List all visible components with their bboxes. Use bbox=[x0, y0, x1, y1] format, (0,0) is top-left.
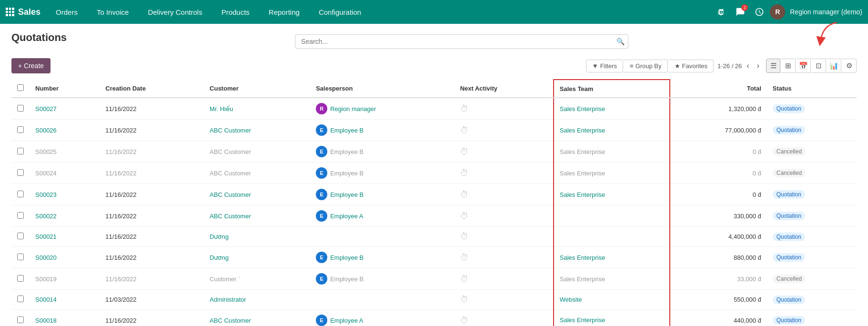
row-customer[interactable]: Mr. Hiếu bbox=[204, 98, 310, 120]
row-number[interactable]: S00022 bbox=[30, 205, 100, 227]
nav-to-invoice[interactable]: To Invoice bbox=[89, 0, 137, 24]
row-checkbox[interactable] bbox=[17, 212, 24, 219]
row-next-activity[interactable]: ⏱ bbox=[454, 120, 554, 141]
row-checkbox[interactable] bbox=[17, 316, 24, 323]
row-salesperson: EEmployee B bbox=[310, 247, 454, 268]
row-status: Quotation bbox=[767, 227, 857, 247]
row-customer[interactable]: ABC Customer bbox=[204, 310, 310, 326]
row-number[interactable]: S00014 bbox=[30, 290, 100, 310]
row-sales-team[interactable]: Website bbox=[554, 290, 670, 310]
view-pivot-button[interactable]: ⊡ bbox=[812, 59, 826, 73]
row-total: 0 đ bbox=[670, 141, 767, 163]
view-list-button[interactable]: ☰ bbox=[766, 59, 780, 73]
filters-button[interactable]: ▼ Filters bbox=[586, 60, 623, 72]
row-checkbox[interactable] bbox=[17, 275, 24, 282]
salesperson-name[interactable]: Employee B bbox=[330, 275, 363, 283]
star-icon: ★ bbox=[675, 62, 680, 70]
row-next-activity[interactable]: ⏱ bbox=[454, 141, 554, 163]
row-sales-team: Sales Enterprise bbox=[554, 141, 670, 163]
nav-configuration[interactable]: Configuration bbox=[311, 0, 369, 24]
row-number[interactable]: S00018 bbox=[30, 310, 100, 326]
row-checkbox[interactable] bbox=[17, 126, 24, 133]
select-all-header[interactable] bbox=[11, 80, 30, 98]
view-kanban-button[interactable]: ⊞ bbox=[781, 59, 796, 73]
row-next-activity[interactable]: ⏱ bbox=[454, 98, 554, 120]
row-checkbox[interactable] bbox=[17, 191, 24, 197]
create-button[interactable]: + Create bbox=[11, 58, 50, 73]
row-customer[interactable]: ABC Customer bbox=[204, 120, 310, 141]
row-next-activity[interactable]: ⏱ bbox=[454, 268, 554, 290]
row-customer[interactable]: ABC Customer bbox=[204, 205, 310, 227]
table-row: S0001411/03/2022Administrator⏱Website550… bbox=[11, 290, 857, 310]
row-number: S00019 bbox=[30, 268, 100, 290]
row-next-activity[interactable]: ⏱ bbox=[454, 205, 554, 227]
nav-reporting[interactable]: Reporting bbox=[261, 0, 307, 24]
row-customer: ABC Customer bbox=[204, 141, 310, 163]
app-logo[interactable]: Sales bbox=[6, 7, 40, 17]
salesperson-name[interactable]: Employee B bbox=[330, 127, 363, 134]
salesperson-name[interactable]: Employee B bbox=[330, 191, 363, 198]
row-next-activity[interactable]: ⏱ bbox=[454, 247, 554, 268]
row-next-activity[interactable]: ⏱ bbox=[454, 290, 554, 310]
row-next-activity[interactable]: ⏱ bbox=[454, 184, 554, 205]
row-sales-team bbox=[554, 205, 670, 227]
row-checkbox[interactable] bbox=[17, 295, 24, 302]
row-sales-team[interactable]: Sales Enterprise bbox=[554, 98, 670, 120]
view-graph-button[interactable]: 📊 bbox=[827, 59, 841, 73]
row-customer[interactable]: Dương bbox=[204, 247, 310, 268]
row-status: Quotation bbox=[767, 120, 857, 141]
search-icon[interactable]: 🔍 bbox=[616, 38, 625, 45]
salesperson-name[interactable]: Employee B bbox=[330, 254, 363, 261]
pagination-prev[interactable]: ‹ bbox=[744, 61, 752, 71]
view-calendar-button[interactable]: 📅 bbox=[797, 59, 811, 73]
row-number[interactable]: S00020 bbox=[30, 247, 100, 268]
pagination-next[interactable]: › bbox=[754, 61, 762, 71]
row-number[interactable]: S00027 bbox=[30, 98, 100, 120]
row-checkbox[interactable] bbox=[17, 105, 24, 112]
row-checkbox[interactable] bbox=[17, 169, 24, 176]
row-number[interactable]: S00026 bbox=[30, 120, 100, 141]
row-date: 11/16/2022 bbox=[100, 205, 204, 227]
row-customer[interactable]: ABC Customer bbox=[204, 184, 310, 205]
row-number[interactable]: S00021 bbox=[30, 227, 100, 247]
row-sales-team[interactable]: Sales Enterprise bbox=[554, 247, 670, 268]
search-input[interactable] bbox=[295, 34, 628, 49]
row-next-activity[interactable]: ⏱ bbox=[454, 310, 554, 326]
app-name: Sales bbox=[18, 7, 40, 17]
row-checkbox[interactable] bbox=[17, 254, 24, 260]
row-sales-team[interactable]: Sales Enterprise bbox=[554, 184, 670, 205]
salesperson-name[interactable]: Employee A bbox=[330, 317, 363, 324]
nav-delivery-controls[interactable]: Delivery Controls bbox=[140, 0, 210, 24]
row-customer[interactable]: Dương bbox=[204, 227, 310, 247]
salesperson-name[interactable]: Employee B bbox=[330, 170, 363, 177]
row-checkbox[interactable] bbox=[17, 148, 24, 154]
row-sales-team[interactable]: Sales Enterprise bbox=[554, 120, 670, 141]
row-next-activity[interactable]: ⏱ bbox=[454, 163, 554, 184]
row-sales-team[interactable]: Sales Enterprise bbox=[554, 310, 670, 326]
nav-orders[interactable]: Orders bbox=[48, 0, 85, 24]
salesperson-name[interactable]: Employee B bbox=[330, 148, 363, 155]
row-salesperson: EEmployee B bbox=[310, 141, 454, 163]
favorites-button[interactable]: ★ Favorites bbox=[669, 60, 714, 72]
debug-icon-btn[interactable] bbox=[713, 3, 730, 20]
user-name-label[interactable]: Region manager (demo) bbox=[790, 8, 862, 16]
chat-icon-btn[interactable]: 2 bbox=[732, 3, 749, 20]
row-total: 0 đ bbox=[670, 163, 767, 184]
view-settings-button[interactable]: ⚙ bbox=[842, 59, 857, 73]
row-checkbox-cell bbox=[11, 268, 30, 290]
salesperson-name[interactable]: Employee A bbox=[330, 213, 363, 220]
row-number[interactable]: S00023 bbox=[30, 184, 100, 205]
activity-clock-icon: ⏱ bbox=[460, 295, 469, 304]
row-customer[interactable]: Administrator bbox=[204, 290, 310, 310]
salesperson-name[interactable]: Region manager bbox=[330, 105, 376, 112]
nav-products[interactable]: Products bbox=[214, 0, 257, 24]
salesperson-avatar: E bbox=[316, 189, 327, 200]
clock-icon-btn[interactable] bbox=[751, 3, 768, 20]
col-creation-date: Creation Date bbox=[100, 80, 204, 98]
select-all-checkbox[interactable] bbox=[17, 84, 24, 91]
row-checkbox[interactable] bbox=[17, 233, 24, 239]
groupby-button[interactable]: ≡ Group By bbox=[624, 60, 668, 72]
salesperson-avatar: E bbox=[316, 210, 327, 222]
row-next-activity[interactable]: ⏱ bbox=[454, 227, 554, 247]
activity-clock-icon: ⏱ bbox=[460, 316, 469, 325]
